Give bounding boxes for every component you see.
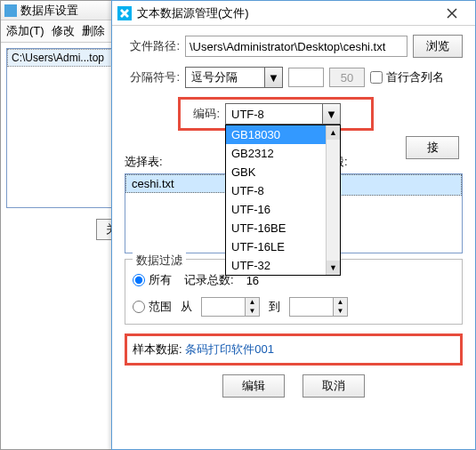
dropdown-scrollbar[interactable]: ▲ ▼ xyxy=(326,125,340,275)
from-label: 从 xyxy=(181,299,192,315)
spin-up-icon[interactable]: ▲ xyxy=(334,298,347,307)
sample-label: 样本数据: xyxy=(133,342,182,356)
chevron-down-icon: ▼ xyxy=(322,104,340,124)
radio-all[interactable]: 所有 xyxy=(133,272,172,288)
delimiter-num1[interactable] xyxy=(288,68,324,87)
encoding-label: 编码: xyxy=(184,106,220,122)
encoding-option[interactable]: GB18030 xyxy=(226,125,340,144)
scroll-up-icon[interactable]: ▲ xyxy=(327,125,340,140)
delimiter-label: 分隔符号: xyxy=(125,69,180,85)
bg-window-title: 数据库设置 xyxy=(20,3,78,19)
delimiter-select[interactable]: 逗号分隔 ▼ xyxy=(185,67,283,88)
encoding-option[interactable]: GBK xyxy=(226,163,340,181)
scroll-down-icon[interactable]: ▼ xyxy=(327,261,340,275)
menu-add[interactable]: 添加(T) xyxy=(6,23,44,39)
menu-edit[interactable]: 修改 xyxy=(52,23,75,39)
browse-button[interactable]: 浏览 xyxy=(413,35,463,58)
file-path-input[interactable] xyxy=(185,36,407,57)
encoding-option[interactable]: UTF-32 xyxy=(226,256,340,275)
from-spinner[interactable]: ▲▼ xyxy=(201,297,260,317)
menu-delete[interactable]: 删除 xyxy=(82,23,105,39)
chevron-down-icon: ▼ xyxy=(264,68,282,87)
sample-data-highlight-box: 样本数据: 条码打印软件001 xyxy=(125,333,463,366)
to-label: 到 xyxy=(269,299,280,315)
file-path-label: 文件路径: xyxy=(125,38,180,54)
spin-down-icon[interactable]: ▼ xyxy=(334,307,347,316)
encoding-option[interactable]: UTF-16 xyxy=(226,200,340,219)
first-row-header-checkbox[interactable]: 首行含列名 xyxy=(370,69,444,85)
filter-legend: 数据过滤 xyxy=(133,253,186,269)
sample-value: 条码打印软件001 xyxy=(185,342,274,356)
encoding-dropdown[interactable]: GB18030 GB2312 GBK UTF-8 UTF-16 UTF-16BE… xyxy=(225,125,341,276)
spin-down-icon[interactable]: ▼ xyxy=(246,307,259,316)
db-icon xyxy=(4,4,17,17)
test-connect-button[interactable]: 接 xyxy=(406,136,459,159)
encoding-option[interactable]: GB2312 xyxy=(226,144,340,163)
encoding-highlight-box: 编码: UTF-8 ▼ GB18030 GB2312 GBK UTF-8 UTF… xyxy=(178,97,374,131)
close-button[interactable] xyxy=(434,1,470,26)
close-icon xyxy=(447,8,457,19)
list-item[interactable]: C:\Users\Admi...top xyxy=(7,49,126,67)
delimiter-num2 xyxy=(329,68,365,87)
encoding-option[interactable]: UTF-8 xyxy=(226,181,340,200)
edit-button[interactable]: 编辑 xyxy=(222,374,285,398)
cancel-button[interactable]: 取消 xyxy=(303,374,365,398)
app-icon xyxy=(117,6,132,20)
dialog-title: 文本数据源管理(文件) xyxy=(137,5,249,21)
to-spinner[interactable]: ▲▼ xyxy=(289,297,348,317)
datasource-list[interactable]: C:\Users\Admi...top xyxy=(6,48,127,208)
radio-range[interactable]: 范围 xyxy=(133,299,172,315)
spin-up-icon[interactable]: ▲ xyxy=(246,298,259,307)
encoding-select[interactable]: UTF-8 ▼ xyxy=(225,103,341,125)
encoding-option[interactable]: UTF-16LE xyxy=(226,237,340,256)
encoding-option[interactable]: UTF-16BE xyxy=(226,219,340,237)
dialog-titlebar: 文本数据源管理(文件) xyxy=(112,1,475,26)
text-datasource-dialog: 文本数据源管理(文件) 文件路径: 浏览 分隔符号: 逗号分隔 ▼ 首行含列名 xyxy=(111,0,476,450)
